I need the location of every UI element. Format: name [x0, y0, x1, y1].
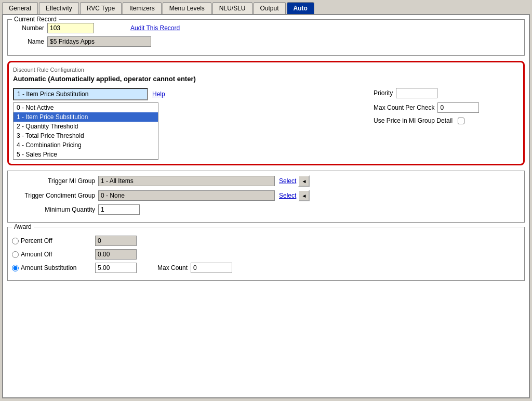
discount-right: Priority Max Count Per Check Use Price i… [374, 88, 519, 160]
number-label: Number [13, 24, 44, 32]
percent-off-input[interactable] [95, 236, 137, 246]
tab-output[interactable]: Output [254, 2, 286, 14]
percent-off-row: Percent Off [12, 236, 520, 246]
trigger-config-section: Trigger MI Group Select ◄ Trigger Condim… [7, 171, 525, 223]
trigger-condiment-select-link[interactable]: Select [279, 192, 296, 199]
current-record-label: Current Record [12, 16, 59, 23]
trigger-mi-select-link[interactable]: Select [279, 177, 296, 185]
max-count-per-check-input[interactable] [437, 102, 479, 113]
dropdown-item-2[interactable]: 2 - Quantity Threshold [14, 122, 158, 131]
number-input[interactable] [47, 23, 94, 33]
amount-sub-row: Amount Substitution Max Count [12, 263, 520, 273]
trigger-condiment-row: Trigger Condiment Group Select ◄ [12, 190, 520, 201]
max-count-label: Max Count [157, 264, 188, 271]
discount-type-select[interactable]: 0 - Not Active 1 - Item Price Substituti… [13, 88, 148, 100]
discount-rule-body: 0 - Not Active 1 - Item Price Substituti… [13, 88, 519, 160]
trigger-mi-group-label: Trigger MI Group [12, 177, 95, 185]
tab-effectivity[interactable]: Effectivity [39, 2, 79, 14]
tab-menu-levels[interactable]: Menu Levels [163, 2, 211, 14]
use-price-checkbox[interactable] [458, 118, 464, 124]
name-label: Name [13, 38, 44, 45]
amount-off-input[interactable] [95, 249, 137, 260]
min-qty-input[interactable] [98, 204, 140, 215]
tab-auto[interactable]: Auto [287, 2, 314, 14]
tab-nlu-slu[interactable]: NLU/SLU [212, 2, 252, 14]
dropdown-item-3[interactable]: 3 - Total Price Threshold [14, 131, 158, 140]
amount-off-row: Amount Off [12, 249, 520, 260]
dropdown-item-4[interactable]: 4 - Combination Pricing [14, 140, 158, 150]
trigger-mi-nav-btn[interactable]: ◄ [298, 175, 310, 187]
discount-left: 0 - Not Active 1 - Item Price Substituti… [13, 88, 363, 160]
trigger-mi-group-row: Trigger MI Group Select ◄ [12, 175, 520, 187]
dropdown-item-5[interactable]: 5 - Sales Price [14, 150, 158, 159]
discount-rule-bold-title: Automatic (Automatically applied, operat… [13, 75, 519, 83]
trigger-condiment-input[interactable] [98, 190, 275, 201]
discount-rule-section-title: Discount Rule Configuration [13, 67, 519, 73]
trigger-condiment-nav-btn[interactable]: ◄ [298, 190, 310, 201]
award-section: Award Percent Off Amount Off Amount Subs… [7, 227, 525, 281]
discount-rule-section: Discount Rule Configuration Automatic (A… [7, 61, 525, 165]
tab-general[interactable]: General [2, 2, 38, 14]
main-content: Current Record Number Audit This Record … [2, 14, 530, 398]
use-price-row: Use Price in MI Group Detail [374, 117, 519, 124]
amount-off-radio[interactable] [12, 251, 19, 258]
amount-sub-radio[interactable] [12, 265, 19, 271]
tab-rvc-type[interactable]: RVC Type [80, 2, 122, 14]
dropdown-wrapper: 0 - Not Active 1 - Item Price Substituti… [13, 88, 363, 100]
use-price-label: Use Price in MI Group Detail [374, 117, 453, 124]
award-section-label: Award [12, 223, 34, 230]
min-qty-row: Minimum Quantity [12, 204, 520, 215]
dropdown-item-0[interactable]: 0 - Not Active [14, 103, 158, 112]
priority-input[interactable] [396, 88, 437, 98]
amount-sub-input[interactable] [95, 263, 137, 273]
help-link[interactable]: Help [152, 90, 165, 98]
tabs-bar: General Effectivity RVC Type Itemizers M… [0, 0, 532, 14]
trigger-condiment-label: Trigger Condiment Group [12, 192, 95, 199]
amount-sub-label: Amount Substitution [12, 264, 95, 271]
trigger-mi-group-input[interactable] [98, 176, 275, 186]
tab-itemizers[interactable]: Itemizers [123, 2, 162, 14]
dropdown-list: 0 - Not Active 1 - Item Price Substituti… [13, 102, 158, 160]
name-input[interactable] [47, 36, 151, 47]
audit-link[interactable]: Audit This Record [130, 24, 180, 32]
min-qty-label: Minimum Quantity [12, 206, 95, 213]
percent-off-radio[interactable] [12, 238, 19, 244]
current-record-section: Current Record Number Audit This Record … [7, 19, 525, 56]
dropdown-item-1[interactable]: 1 - Item Price Substitution [14, 112, 158, 122]
max-count-per-check-label: Max Count Per Check [374, 104, 434, 111]
priority-row: Priority [374, 88, 519, 98]
priority-label: Priority [374, 89, 393, 97]
max-count-input[interactable] [191, 263, 232, 273]
percent-off-label: Percent Off [12, 237, 95, 244]
max-count-check-row: Max Count Per Check [374, 102, 519, 113]
amount-off-label: Amount Off [12, 251, 95, 258]
